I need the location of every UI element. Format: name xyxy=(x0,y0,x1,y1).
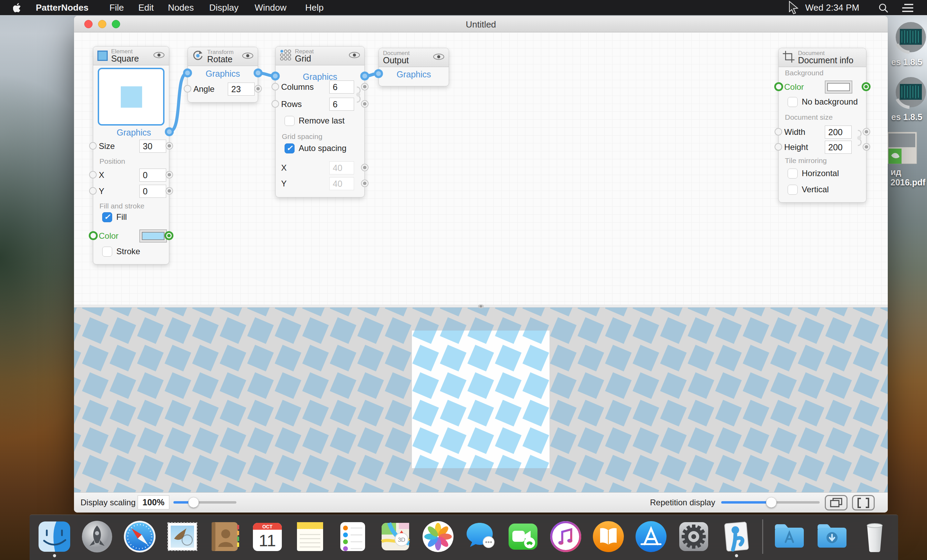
dock-calendar[interactable]: OCT11 xyxy=(251,520,284,553)
dock-safari[interactable] xyxy=(123,520,156,553)
dock-photos[interactable] xyxy=(421,520,454,553)
dock-system-preferences[interactable] xyxy=(677,520,710,553)
menu-nodes[interactable]: Nodes xyxy=(168,3,194,12)
port-size-in[interactable] xyxy=(89,142,97,150)
dock-messages[interactable] xyxy=(464,520,497,553)
port-spacing-y-out[interactable] xyxy=(361,179,369,187)
port-rotate-graphics-in[interactable] xyxy=(183,68,192,77)
dock-finder[interactable] xyxy=(38,520,71,553)
port-size-out[interactable] xyxy=(166,142,173,150)
dock-launchpad[interactable] xyxy=(81,520,114,553)
spacing-x-input[interactable]: 40 xyxy=(329,161,354,175)
port-rows-out[interactable] xyxy=(361,100,369,108)
port-x-in[interactable] xyxy=(89,171,97,179)
port-output-graphics-in[interactable] xyxy=(374,69,383,78)
port-rows-in[interactable] xyxy=(272,100,279,108)
port-y-out[interactable] xyxy=(166,187,173,195)
eye-icon[interactable] xyxy=(153,52,165,60)
menu-edit[interactable]: Edit xyxy=(138,3,154,12)
node-header[interactable]: Transform Rotate xyxy=(188,47,258,66)
port-color-out[interactable] xyxy=(164,231,173,240)
width-input[interactable]: 200 xyxy=(825,126,852,139)
port-bg-color-in[interactable] xyxy=(774,82,783,91)
slider-thumb[interactable] xyxy=(188,497,199,508)
port-rotate-graphics-out[interactable] xyxy=(254,68,263,77)
menu-window[interactable]: Window xyxy=(255,3,286,12)
node-header[interactable]: Repeat Grid xyxy=(276,46,365,65)
menu-display[interactable]: Display xyxy=(209,3,239,12)
port-columns-out[interactable] xyxy=(361,83,369,91)
color-swatch[interactable] xyxy=(139,229,167,243)
dock-maps[interactable]: 3D xyxy=(379,520,412,553)
remove-last-checkbox[interactable] xyxy=(284,116,295,126)
y-input[interactable]: 0 xyxy=(139,185,166,198)
spacing-y-input[interactable]: 40 xyxy=(329,177,354,190)
port-height-in[interactable] xyxy=(775,143,782,151)
port-width-out[interactable] xyxy=(863,128,870,135)
height-input[interactable]: 200 xyxy=(825,141,852,154)
spotlight-search-icon[interactable] xyxy=(878,3,889,15)
title-bar[interactable]: Untitled xyxy=(74,16,888,32)
port-grid-graphics-in[interactable] xyxy=(271,71,280,80)
port-width-in[interactable] xyxy=(775,128,782,135)
rows-input[interactable]: 6 xyxy=(329,98,354,111)
horizontal-mirror-checkbox[interactable] xyxy=(788,168,798,179)
port-angle-in[interactable] xyxy=(184,85,191,93)
node-document-info[interactable]: Document Document info Background Color … xyxy=(778,48,866,203)
dock-mail[interactable] xyxy=(166,520,199,553)
desktop-icon-installer-2[interactable]: es 1.8.5 xyxy=(889,76,927,111)
pattern-preview-area[interactable] xyxy=(74,308,888,492)
columns-input[interactable]: 6 xyxy=(329,80,354,94)
menu-clock[interactable]: Wed 2:34 PM xyxy=(805,3,859,12)
node-square[interactable]: Element Square Graphics Size 30 Position… xyxy=(93,46,169,264)
node-grid[interactable]: Repeat Grid Graphics Columns 6 Rows 6 Re… xyxy=(275,46,365,197)
port-square-graphics-out[interactable] xyxy=(165,127,174,136)
repetition-display-slider[interactable] xyxy=(721,501,820,504)
dock-reminders[interactable] xyxy=(336,520,369,553)
dock-facetime[interactable] xyxy=(506,520,539,553)
node-header[interactable]: Element Square xyxy=(93,46,169,65)
display-scaling-slider[interactable] xyxy=(173,501,236,504)
port-angle-out[interactable] xyxy=(254,85,262,93)
menu-help[interactable]: Help xyxy=(305,3,324,12)
port-height-out[interactable] xyxy=(863,143,870,151)
dock-downloads-folder[interactable] xyxy=(816,520,848,553)
port-bg-color-out[interactable] xyxy=(862,82,871,91)
dock-patternodes[interactable] xyxy=(720,520,753,553)
slider-thumb[interactable] xyxy=(766,497,777,508)
display-scaling-value[interactable]: 100% xyxy=(138,495,169,510)
size-input[interactable]: 30 xyxy=(139,140,166,153)
port-columns-in[interactable] xyxy=(272,83,279,91)
vertical-mirror-checkbox[interactable] xyxy=(788,185,798,195)
node-output[interactable]: Document Output Graphics xyxy=(378,48,449,87)
eye-icon[interactable] xyxy=(242,52,254,61)
port-y-in[interactable] xyxy=(89,187,97,195)
node-rotate[interactable]: Transform Rotate Graphics Angle 23 xyxy=(187,47,258,103)
eye-icon[interactable] xyxy=(433,53,445,62)
apple-menu-icon[interactable] xyxy=(13,3,22,15)
dock-notes[interactable] xyxy=(293,520,327,553)
node-header[interactable]: Document Document info xyxy=(779,48,866,67)
auto-spacing-checkbox[interactable]: ✓ xyxy=(284,143,295,153)
port-grid-graphics-out[interactable] xyxy=(360,71,369,80)
background-color-swatch[interactable] xyxy=(825,80,853,94)
angle-input[interactable]: 23 xyxy=(228,83,255,96)
dock-trash[interactable] xyxy=(858,520,891,553)
menu-file[interactable]: File xyxy=(109,3,124,12)
x-input[interactable]: 0 xyxy=(139,168,166,182)
dock-itunes[interactable] xyxy=(549,520,582,553)
desktop-icon-installer-1[interactable]: es 1.8.5 xyxy=(889,21,927,56)
dock-app-store[interactable] xyxy=(635,520,667,553)
stroke-checkbox[interactable] xyxy=(102,247,112,256)
divider-handle[interactable] xyxy=(478,304,484,308)
tile-view-button[interactable] xyxy=(825,495,848,510)
menu-app-name[interactable]: PatterNodes xyxy=(36,3,88,12)
no-background-checkbox[interactable] xyxy=(788,97,798,107)
dock-ibooks[interactable] xyxy=(592,520,625,553)
port-color-in[interactable] xyxy=(89,231,98,240)
fullscreen-preview-button[interactable] xyxy=(852,495,875,510)
notification-center-icon[interactable] xyxy=(901,3,914,14)
node-header[interactable]: Document Output xyxy=(379,48,449,67)
port-spacing-x-out[interactable] xyxy=(361,164,369,171)
port-x-out[interactable] xyxy=(166,171,173,179)
